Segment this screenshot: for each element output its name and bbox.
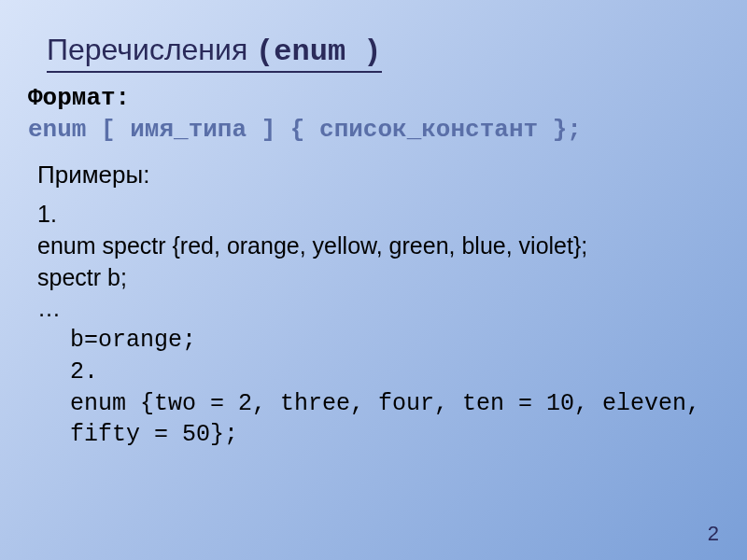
page-number: 2 bbox=[708, 522, 719, 546]
page-title: Перечисления (enum ) bbox=[47, 33, 382, 73]
format-syntax: enum [ имя_типа ] { список_констант }; bbox=[28, 116, 719, 144]
examples-section: Примеры: 1. enum spectr {red, orange, ye… bbox=[28, 161, 719, 451]
example-2-number: 2. bbox=[37, 357, 719, 388]
example-2-line-1: enum {two = 2, three, four, ten = 10, el… bbox=[37, 388, 719, 452]
title-text: Перечисления bbox=[47, 33, 247, 66]
example-1-number: 1. bbox=[37, 199, 719, 231]
examples-label: Примеры: bbox=[37, 161, 719, 189]
example-1-line-4: b=orange; bbox=[37, 325, 719, 357]
format-label: Формат: bbox=[28, 84, 719, 112]
title-keyword: (enum ) bbox=[256, 35, 381, 69]
example-1-line-2: spectr b; bbox=[37, 262, 719, 294]
example-1-line-1: enum spectr {red, orange, yellow, green,… bbox=[37, 231, 719, 262]
example-1-line-3: … bbox=[37, 293, 719, 325]
